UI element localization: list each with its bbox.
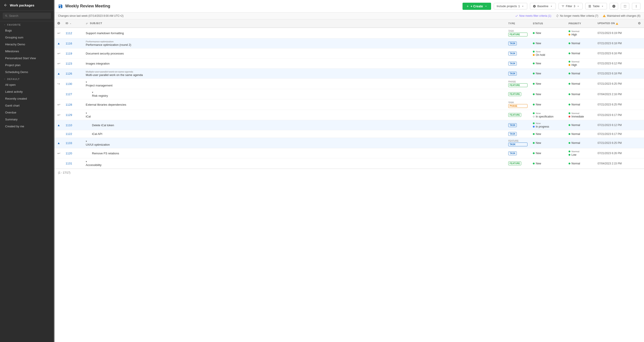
favorite-section-label[interactable]: FAVORITE (0, 21, 54, 27)
priority-cell: Normal (566, 79, 595, 89)
status-old: New (536, 122, 541, 125)
triangle-icon: ▲ (57, 42, 60, 45)
change-icon-cell: ↩ (54, 99, 63, 110)
collapse-button[interactable]: ▾ (86, 160, 502, 163)
status-cell: New On hold (530, 49, 566, 59)
status-dot (533, 63, 534, 64)
info-button[interactable] (610, 3, 618, 10)
id-link[interactable]: 1112 (66, 32, 72, 35)
col-subject-header[interactable]: SUBJECT (83, 20, 506, 28)
subject-cell: ▾Risk registry (83, 89, 506, 99)
sidebar-back-button[interactable]: Work packages (0, 0, 54, 11)
default-section-label[interactable]: DEFAULT (0, 76, 54, 81)
id-link[interactable]: 1130 (66, 82, 72, 86)
id-link[interactable]: 1133 (66, 141, 72, 145)
meets-criteria-badge: Now meets filter criteria (1) (515, 14, 551, 18)
sidebar-item-all-open[interactable]: All open (0, 81, 54, 88)
type-cell: FEATURE (506, 89, 530, 99)
triangle-icon: ▲ (57, 123, 60, 127)
sidebar-item-bugs[interactable]: Bugs (0, 27, 54, 34)
plus-icon (466, 5, 469, 8)
filter-control[interactable]: Filter 3 (558, 3, 582, 10)
type-old: TASK (508, 30, 528, 32)
row-settings-cell (635, 39, 644, 49)
collapse-button[interactable]: ▾ (86, 140, 502, 143)
id-link[interactable]: 1123 (66, 62, 72, 65)
sidebar-item-summary[interactable]: Summary (0, 116, 54, 123)
type-badge: TASK (508, 62, 517, 66)
change-icon-cell: ↩ (54, 148, 63, 158)
sidebar-item-latest-activity[interactable]: Latest activity (0, 88, 54, 95)
collapse-button[interactable]: ▾ (92, 91, 502, 94)
row-settings-cell (635, 148, 644, 158)
id-cell: 1130 (63, 79, 83, 89)
sidebar-item-gantt-chart[interactable]: Gantt chart (0, 102, 54, 109)
id-link[interactable]: 1120 (66, 152, 72, 155)
id-link[interactable]: 1126 (66, 72, 72, 75)
sidebar-item-hierarchy-demo[interactable]: Hierachy Demo (0, 41, 54, 48)
meets-criteria-icon (515, 14, 518, 18)
col-settings-header[interactable] (635, 20, 644, 28)
table-row: ↩ 1129 ▾iCal FEATURE New In specificatio… (54, 110, 644, 120)
updated-cell: 07/21/2023 6:12 PM (595, 59, 635, 69)
sidebar-item-grouping-sum[interactable]: Grouping sum (0, 34, 54, 41)
priority-dot (568, 142, 570, 144)
priority-dot-bottom (568, 116, 570, 118)
more-options-button[interactable] (632, 3, 640, 10)
fullscreen-button[interactable] (621, 3, 629, 10)
status-cell: New In progress (530, 120, 566, 130)
sidebar-item-created-by-me[interactable]: Created by me (0, 123, 54, 130)
collapse-button[interactable]: ▾ (86, 81, 502, 84)
priority-dot (568, 133, 570, 135)
status-old: New (536, 50, 541, 53)
sidebar-item-personalized-start-view[interactable]: Personalized Start View (0, 55, 54, 62)
status-text: New (536, 82, 541, 85)
search-input[interactable] (9, 14, 49, 18)
type-new: FEATURE (508, 83, 528, 87)
sidebar-item-recently-created[interactable]: Recently created (0, 95, 54, 102)
type-old: PHASE (508, 80, 528, 83)
maintained-with-changes-badge: Maintained with changes (6) (603, 14, 640, 18)
sidebar-item-project-plan[interactable]: Project plan (0, 62, 54, 69)
id-link[interactable]: 1122 (66, 132, 72, 136)
pagination: (1 - 17/17) (54, 169, 644, 176)
updated-cell: 07/21/2023 6:16 PM (595, 49, 635, 59)
collapse-button[interactable]: ▾ (86, 112, 502, 115)
sidebar-item-scheduling-demo[interactable]: Scheduling Demo (0, 69, 54, 76)
sidebar-item-overdue[interactable]: Overdue (0, 109, 54, 116)
subject-cell: Delete iCal token (83, 120, 506, 130)
priority-dot-top (568, 61, 570, 63)
table-control[interactable]: Table (585, 3, 607, 10)
table-dropdown-icon (601, 5, 604, 8)
change-icon-cell (54, 130, 63, 138)
filter-dropdown-icon (576, 5, 580, 8)
priority-dot (568, 104, 570, 105)
change-icon-cell: ▲ (54, 69, 63, 79)
status-dot (533, 163, 534, 164)
id-link[interactable]: 1127 (66, 93, 72, 96)
status-text: New (536, 62, 541, 65)
type-cell: FEATURE TASK (506, 138, 530, 148)
create-button[interactable]: + Create (462, 3, 491, 10)
id-link[interactable]: 1116 (66, 42, 72, 45)
status-cell: New (530, 158, 566, 169)
id-link[interactable]: 1131 (66, 162, 72, 165)
status-dot (533, 93, 534, 95)
id-link[interactable]: 1129 (66, 113, 72, 117)
col-id-header[interactable]: ID (63, 20, 83, 28)
priority-dot (568, 124, 570, 126)
id-cell: 1129 (63, 110, 83, 120)
id-cell: 1112 (63, 28, 83, 39)
sidebar-item-milestones[interactable]: Milestones (0, 48, 54, 55)
type-new: TASK (508, 143, 528, 146)
subject-text: Document security processes (86, 52, 503, 55)
status-dot-top (533, 51, 534, 53)
baseline-control[interactable]: Baseline (530, 3, 556, 10)
priority-cell: Normal (566, 99, 595, 110)
col-updated-header[interactable]: UPDATED ON (595, 20, 635, 28)
id-link[interactable]: 1128 (66, 103, 72, 106)
id-link[interactable]: 1119 (66, 52, 72, 55)
id-link[interactable]: 1110 (66, 124, 72, 127)
updated-cell: 07/04/2023 2:16 PM (595, 89, 635, 99)
include-projects-control[interactable]: Include projects 1 (494, 3, 527, 10)
